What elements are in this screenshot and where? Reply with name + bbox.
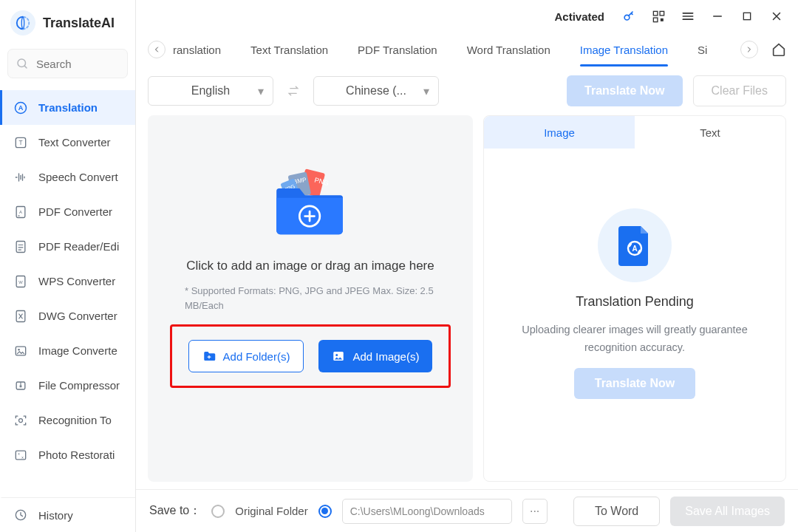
sidebar-item-label: PDF Reader/Edi <box>38 240 119 253</box>
radio-custom-path[interactable] <box>318 505 332 518</box>
footer: Save to： Original Folder C:\Users\MLoong… <box>136 489 798 532</box>
svg-rect-21 <box>660 18 663 21</box>
clear-files-button[interactable]: Clear Files <box>693 75 786 106</box>
drop-zone-subtitle: * Supported Formats: PNG, JPG and JPEG M… <box>185 284 436 313</box>
svg-rect-15 <box>16 451 25 460</box>
activation-status: Activated <box>554 10 604 23</box>
sidebar-item-speech-convert[interactable]: Speech Convert <box>0 160 135 194</box>
sidebar-item-photo-restoration[interactable]: Photo Restorati <box>0 437 135 472</box>
svg-text:A: A <box>19 209 22 214</box>
svg-text:T: T <box>18 139 22 146</box>
add-folder-button[interactable]: Add Folder(s) <box>188 340 304 372</box>
compress-icon <box>13 378 29 394</box>
tab-pdf-translation[interactable]: PDF Translation <box>343 33 452 66</box>
sidebar-item-partial[interactable] <box>0 472 135 497</box>
text-converter-icon: T <box>13 134 29 151</box>
svg-text:W: W <box>18 279 23 284</box>
svg-point-12 <box>18 349 20 351</box>
svg-point-14 <box>19 418 23 422</box>
swap-languages-button[interactable] <box>284 83 303 98</box>
sidebar-item-pdf-converter[interactable]: A PDF Converter <box>0 194 135 229</box>
search-input-wrap[interactable] <box>7 49 128 78</box>
tabs-prev-button[interactable] <box>148 41 166 58</box>
photo-restore-icon <box>13 447 29 463</box>
target-language-select[interactable]: Chinese (... ▾ <box>313 76 439 106</box>
menu-icon[interactable] <box>680 8 696 24</box>
tab-word-translation[interactable]: Word Translation <box>452 33 565 66</box>
sidebar-item-label: DWG Converter <box>38 310 117 322</box>
sidebar-item-translation[interactable]: A Translation <box>0 90 135 125</box>
preview-translate-now-button[interactable]: Translate Now <box>574 368 695 399</box>
svg-point-31 <box>336 354 338 356</box>
pending-file-icon: A <box>598 208 672 282</box>
image-converter-icon <box>13 343 29 359</box>
add-buttons-highlight: Add Folder(s) Add Image(s) <box>170 324 451 388</box>
pdf-reader-icon <box>13 239 29 255</box>
qr-icon[interactable] <box>650 8 666 24</box>
tab-partial-right[interactable]: Si <box>683 33 722 66</box>
sidebar-item-label: Image Converte <box>38 344 117 357</box>
sidebar-item-pdf-reader[interactable]: PDF Reader/Edi <box>0 229 135 264</box>
preview-tab-image[interactable]: Image <box>484 116 635 149</box>
sidebar-nav: A Translation T Text Converter Speech Co… <box>0 87 135 497</box>
tab-image-translation[interactable]: Image Translation <box>565 33 683 66</box>
tab-partial-left[interactable]: ranslation <box>168 33 236 66</box>
titlebar: Activated <box>136 0 798 33</box>
tab-text-translation[interactable]: Text Translation <box>236 33 343 66</box>
sidebar-item-text-converter[interactable]: T Text Converter <box>0 125 135 160</box>
maximize-icon[interactable] <box>739 8 755 24</box>
sidebar-item-recognition[interactable]: Recognition To <box>0 403 135 437</box>
svg-rect-7 <box>16 241 25 252</box>
sidebar-item-wps-converter[interactable]: W WPS Converter <box>0 264 135 299</box>
drop-zone-title: Click to add an image or drag an image h… <box>186 259 434 273</box>
svg-rect-19 <box>660 11 664 16</box>
original-folder-label: Original Folder <box>235 505 307 517</box>
sidebar-item-file-compressor[interactable]: File Compressor <box>0 368 135 403</box>
sidebar-item-label: Translation <box>38 101 98 114</box>
radio-original-folder[interactable] <box>211 505 225 518</box>
minimize-icon[interactable] <box>709 8 726 24</box>
history-icon <box>13 507 29 523</box>
search-icon <box>16 57 29 70</box>
sidebar-item-dwg-converter[interactable]: DWG Converter <box>0 299 135 333</box>
drop-zone-panel[interactable]: PNG BMP JPG Click to add an image or dra… <box>148 115 473 482</box>
source-language-select[interactable]: English ▾ <box>148 76 273 106</box>
app-logo-icon <box>10 10 35 35</box>
close-icon[interactable] <box>768 8 785 24</box>
add-image-button[interactable]: Add Image(s) <box>318 340 432 372</box>
sidebar-item-image-converter[interactable]: Image Converte <box>0 333 135 368</box>
to-word-button[interactable]: To Word <box>573 497 660 526</box>
tabs-next-button[interactable] <box>740 41 758 58</box>
svg-rect-22 <box>743 13 750 19</box>
main: Activated ranslation Text Translation PD… <box>136 0 798 532</box>
svg-rect-18 <box>653 11 658 16</box>
sidebar: TranslateAI A Translation T Text Convert… <box>0 0 136 532</box>
save-path-field[interactable]: C:\Users\MLoong\Downloads <box>342 499 512 524</box>
svg-rect-20 <box>653 18 658 22</box>
sidebar-item-label: Recognition To <box>38 414 112 426</box>
app-name: TranslateAI <box>43 16 115 31</box>
image-icon <box>332 349 345 363</box>
home-icon[interactable] <box>768 39 789 60</box>
speech-icon <box>13 169 29 185</box>
preview-panel: Image Text A Translation Pending Uploadi… <box>483 115 786 482</box>
sidebar-item-label: Text Converter <box>38 136 111 149</box>
sidebar-item-label: WPS Converter <box>38 275 115 287</box>
save-to-label: Save to： <box>149 503 201 519</box>
browse-path-button[interactable]: ··· <box>522 499 548 524</box>
save-all-images-button[interactable]: Save All Images <box>670 497 785 526</box>
sidebar-item-label: File Compressor <box>38 379 120 392</box>
svg-text:A: A <box>632 245 637 253</box>
tabs-row: ranslation Text Translation PDF Translat… <box>136 33 798 66</box>
key-icon[interactable] <box>621 8 637 24</box>
translate-icon: A <box>13 100 29 116</box>
pending-subtitle: Uploading clearer images will greatly gu… <box>502 321 768 355</box>
sidebar-item-history[interactable]: History <box>0 497 135 532</box>
translate-now-button[interactable]: Translate Now <box>567 75 682 106</box>
preview-tab-text[interactable]: Text <box>635 116 785 149</box>
sidebar-item-label: Photo Restorati <box>38 449 115 461</box>
chevron-down-icon: ▾ <box>258 84 264 98</box>
sidebar-item-label: History <box>38 509 73 522</box>
folder-graphic-icon: PNG BMP JPG <box>270 164 351 245</box>
sidebar-item-label: Speech Convert <box>38 171 118 183</box>
